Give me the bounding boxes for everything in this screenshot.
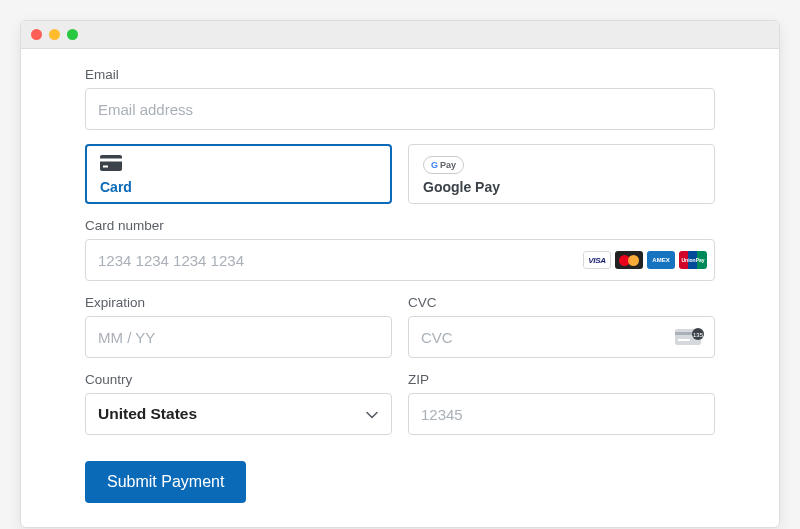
tab-card-label: Card xyxy=(100,179,377,195)
email-label: Email xyxy=(85,67,715,82)
country-field-group: Country United States xyxy=(85,372,392,435)
cvc-input[interactable] xyxy=(408,316,715,358)
visa-icon: VISA xyxy=(583,251,611,269)
country-select[interactable]: United States xyxy=(85,393,392,435)
amex-icon: AMEX xyxy=(647,251,675,269)
svg-rect-0 xyxy=(100,155,122,171)
expiration-input[interactable] xyxy=(85,316,392,358)
zip-label: ZIP xyxy=(408,372,715,387)
country-label: Country xyxy=(85,372,392,387)
tab-google-pay[interactable]: GPay Google Pay xyxy=(408,144,715,204)
card-number-label: Card number xyxy=(85,218,715,233)
cvc-field-group: CVC 135 xyxy=(408,295,715,358)
zip-field-group: ZIP xyxy=(408,372,715,435)
app-window: Email Card GPay Google Pay xyxy=(20,20,780,528)
close-icon[interactable] xyxy=(31,29,42,40)
card-brand-icons: VISA AMEX UnionPay xyxy=(583,251,707,269)
svg-text:135: 135 xyxy=(693,332,704,338)
maximize-icon[interactable] xyxy=(67,29,78,40)
minimize-icon[interactable] xyxy=(49,29,60,40)
svg-rect-1 xyxy=(100,159,122,162)
tab-google-pay-label: Google Pay xyxy=(423,179,700,195)
unionpay-icon: UnionPay xyxy=(679,251,707,269)
cvc-hint-icon: 135 xyxy=(675,327,705,347)
mastercard-icon xyxy=(615,251,643,269)
credit-card-icon xyxy=(100,155,122,175)
country-value: United States xyxy=(98,405,197,423)
payment-method-tabs: Card GPay Google Pay xyxy=(85,144,715,204)
email-input[interactable] xyxy=(85,88,715,130)
expiration-label: Expiration xyxy=(85,295,392,310)
titlebar xyxy=(21,21,779,49)
cvc-label: CVC xyxy=(408,295,715,310)
email-field-group: Email xyxy=(85,67,715,130)
submit-payment-button[interactable]: Submit Payment xyxy=(85,461,246,503)
svg-rect-2 xyxy=(103,166,108,168)
google-pay-icon: GPay xyxy=(423,156,464,174)
tab-card[interactable]: Card xyxy=(85,144,392,204)
expiration-field-group: Expiration xyxy=(85,295,392,358)
svg-rect-5 xyxy=(678,339,690,341)
payment-form: Email Card GPay Google Pay xyxy=(21,49,779,527)
card-number-field-group: Card number VISA AMEX UnionPay xyxy=(85,218,715,281)
zip-input[interactable] xyxy=(408,393,715,435)
